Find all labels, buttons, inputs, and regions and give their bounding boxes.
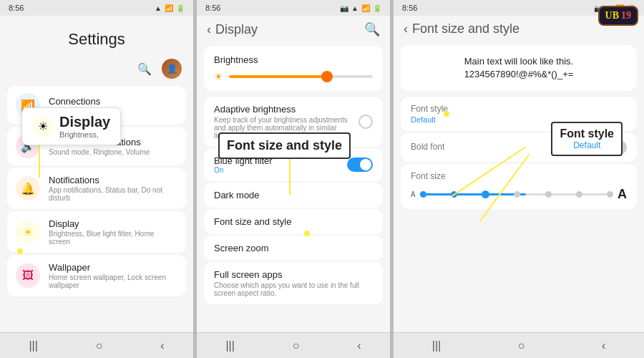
bluelight-toggle[interactable] (347, 158, 373, 172)
font-back-arrow-icon: ‹ (404, 21, 408, 37)
time-1: 8:56 (9, 4, 24, 12)
display-subtitle: Brightness, Blue light filter, Home scre… (49, 230, 177, 246)
status-icons-1: ▲ 📶 🔋 (155, 4, 185, 12)
nav-bar-2: ||| ○ ‹ (197, 332, 390, 358)
nav-menu-2[interactable]: ||| (225, 339, 234, 352)
fontsize-callout-text: Font size and style (227, 138, 342, 153)
connections-title: Connections (49, 96, 177, 107)
font-back-btn[interactable]: ‹ Font size and style (404, 21, 519, 37)
search-button[interactable]: 🔍 (135, 59, 155, 79)
display-list: Adaptive brightness Keep track of your b… (197, 94, 390, 307)
nav-back-1[interactable]: ‹ (160, 339, 164, 352)
settings-title: Settings (0, 16, 193, 59)
display-callout: ☀ Display Brightness, (21, 107, 121, 145)
wallpaper-title: Wallpaper (49, 262, 177, 273)
dot-1 (420, 191, 426, 198)
nav-menu-3[interactable]: ||| (432, 339, 441, 352)
brightness-label: Brightness (214, 54, 373, 65)
preview-line2: 1234567890!@#%&*()_+= (411, 68, 627, 81)
font-slider[interactable] (420, 193, 613, 195)
brightness-thumb[interactable] (321, 71, 333, 82)
display-header: ‹ Display 🔍 (197, 16, 390, 43)
notifications-icon: 🔔 (16, 176, 40, 200)
font-size-slider-row: A A (411, 187, 627, 202)
display-item-darkmode[interactable]: Dark mode (204, 183, 383, 208)
preview-box: Main text will look like this. 123456789… (401, 45, 637, 91)
bluelight-value: On (214, 166, 273, 174)
back-arrow-icon: ‹ (207, 22, 211, 37)
fullscreen-subtitle: Choose which apps you want to use in the… (214, 281, 373, 297)
dot-4 (514, 191, 520, 198)
status-icons-2: 📷 ▲ 📶 🔋 (340, 4, 381, 12)
settings-item-notifications[interactable]: 🔔 Notifications App notifications, Statu… (7, 168, 186, 209)
fontstyle-callout-title: Font style (560, 127, 614, 140)
nav-home-2[interactable]: ○ (293, 339, 300, 352)
search-bar: 🔍 👤 (0, 59, 193, 86)
logo-box: UB 19 (598, 6, 638, 26)
logo-text: UB (605, 10, 619, 21)
nav-bar-3: ||| ○ ‹ (394, 332, 644, 358)
display-item-screenzoom[interactable]: Screen zoom (204, 236, 383, 261)
screenzoom-title: Screen zoom (214, 243, 373, 253)
settings-item-display[interactable]: ☀ Display Brightness, Blue light filter,… (7, 211, 186, 253)
notifications-title: Notifications (49, 175, 177, 185)
nav-back-3[interactable]: ‹ (602, 339, 605, 352)
display-item-fullscreen[interactable]: Full screen apps Choose which apps you w… (204, 262, 383, 304)
yellow-dot-font (304, 231, 310, 236)
fontstyle-callout-value: Default (560, 140, 614, 150)
nav-home-3[interactable]: ○ (518, 339, 525, 352)
display-item-fontsize[interactable]: Font size and style (204, 209, 383, 234)
font-a-small: A (411, 190, 416, 198)
yellow-dot-display (17, 248, 23, 254)
fontsize-callout: Font size and style (218, 132, 351, 159)
sun-icon: ☀ (214, 71, 223, 82)
dot-3 (482, 190, 489, 198)
dot-6 (576, 191, 582, 198)
fontstyle-callout: Font style Default (551, 122, 623, 156)
adaptive-toggle[interactable] (358, 115, 373, 129)
time-2: 8:56 (205, 4, 220, 12)
adaptive-title: Adaptive brightness (214, 104, 358, 115)
avatar[interactable]: 👤 (162, 59, 182, 79)
sounds-subtitle: Sound mode, Ringtone, Volume (49, 148, 177, 156)
callout-sun-icon: ☀ (32, 116, 54, 137)
status-bar-1: 8:56 ▲ 📶 🔋 (0, 0, 193, 16)
search-icon-display[interactable]: 🔍 (364, 21, 380, 37)
time-3: 8:56 (402, 4, 417, 12)
display-content: Brightness ☀ Adaptive brightness Keep tr… (197, 43, 390, 332)
dot-7 (607, 191, 613, 198)
font-a-large: A (618, 187, 627, 202)
font-size-label: Font size (411, 171, 627, 181)
callout-display-title: Display (59, 114, 110, 130)
fontsize-title: Font size and style (214, 216, 373, 227)
font-header-title: Font size and style (412, 21, 519, 37)
nav-bar-1: ||| ○ ‹ (0, 332, 193, 358)
dot-2 (451, 191, 457, 198)
nav-back-2[interactable]: ‹ (357, 339, 361, 352)
display-title: Display (49, 218, 177, 229)
status-bar-2: 8:56 📷 ▲ 📶 🔋 (197, 0, 390, 16)
settings-content: Settings 🔍 👤 📶 Connections Wi-Fi, Blueto… (0, 16, 193, 332)
wallpaper-subtitle: Home screen wallpaper, Lock screen wallp… (49, 274, 177, 289)
font-content: Main text will look like this. 123456789… (394, 42, 644, 332)
settings-item-wallpaper[interactable]: 🖼 Wallpaper Home screen wallpaper, Lock … (7, 255, 186, 296)
nav-menu-1[interactable]: ||| (29, 339, 37, 352)
yellow-dot-fontstyle (444, 111, 449, 117)
font-slider-dots (420, 191, 613, 198)
notifications-subtitle: App notifications, Status bar, Do not di… (49, 186, 177, 202)
display-header-title: Display (215, 22, 258, 37)
display-back-btn[interactable]: ‹ Display (207, 22, 258, 37)
display-icon: ☀ (16, 220, 40, 244)
settings-panel: 8:56 ▲ 📶 🔋 Settings 🔍 👤 📶 Connections Wi… (0, 0, 193, 358)
nav-home-1[interactable]: ○ (96, 339, 103, 352)
fullscreen-title: Full screen apps (214, 269, 373, 280)
preview-line1: Main text will look like this. (411, 55, 627, 68)
font-size-item[interactable]: Font size A (401, 164, 637, 209)
logo-text-num: 19 (621, 10, 631, 21)
callout-display-subtitle: Brightness, (59, 130, 110, 139)
brightness-section: Brightness ☀ (204, 46, 383, 91)
brightness-slider[interactable] (229, 75, 373, 78)
display-panel: 8:56 📷 ▲ 📶 🔋 ‹ Display 🔍 Brightness ☀ (197, 0, 390, 358)
font-panel: UB 19 8:56 📷 ▲ 📶 🔋 ‹ Font size and style… (394, 0, 644, 358)
darkmode-title: Dark mode (214, 190, 373, 200)
